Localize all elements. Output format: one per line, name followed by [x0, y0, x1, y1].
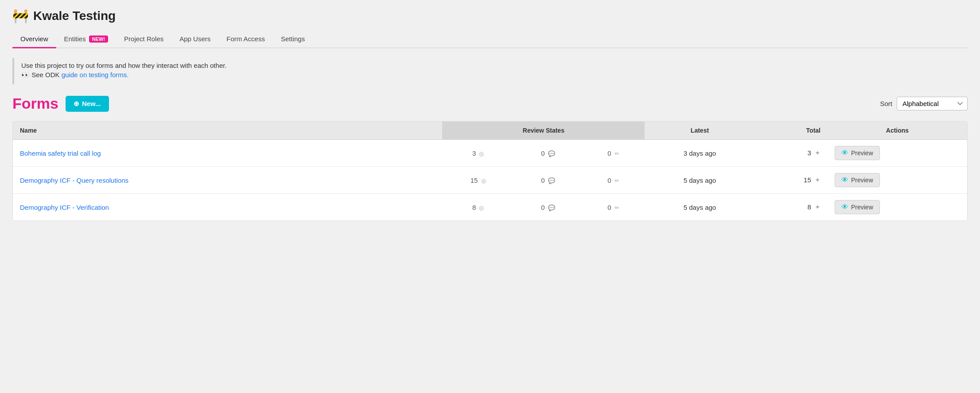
info-box: Use this project to try out forms and ho… — [12, 58, 968, 84]
eye-icon: 👁 — [841, 149, 848, 157]
edits-icon: ✏ — [614, 204, 619, 211]
forms-table: Name Review States Latest Total Actions … — [13, 122, 967, 220]
actions-cell: 👁 Preview — [828, 167, 967, 194]
total-cell: 8 ✦ — [755, 194, 828, 221]
comments-icon: 💬 — [548, 204, 555, 211]
review-received-cell: 15 ◎ — [442, 167, 514, 194]
star-icon: ✦ — [815, 149, 821, 157]
review-edits-cell: 0 ✏ — [582, 194, 645, 221]
tab-overview[interactable]: Overview — [12, 31, 56, 48]
review-comments-cell: 0 💬 — [514, 167, 582, 194]
forms-header: Forms ⊕ New... Sort Alphabetical Newest … — [12, 95, 968, 112]
comments-icon: 💬 — [548, 150, 555, 157]
table-row: Bohemia safety trial call log 3 ◎ 0 💬 0 — [13, 140, 967, 167]
review-comments-cell: 0 💬 — [514, 140, 582, 167]
total-cell: 15 ✦ — [755, 167, 828, 194]
table-header-row: Name Review States Latest Total Actions — [13, 122, 967, 140]
edits-icon: ✏ — [614, 177, 619, 184]
preview-button[interactable]: 👁 Preview — [835, 146, 880, 160]
tab-project-roles[interactable]: Project Roles — [116, 31, 171, 48]
edits-icon: ✏ — [614, 150, 619, 157]
col-header-total: Total — [755, 122, 828, 140]
main-content: Use this project to try out forms and ho… — [0, 48, 980, 231]
review-edits-cell: 0 ✏ — [582, 167, 645, 194]
sort-label: Sort — [880, 100, 892, 107]
tab-form-access[interactable]: Form Access — [218, 31, 273, 48]
info-description: Use this project to try out forms and ho… — [21, 62, 961, 69]
received-icon: ◎ — [479, 204, 484, 211]
page-wrapper: 🚧 Kwale Testing Overview Entities New! P… — [0, 0, 980, 393]
star-icon: ✦ — [815, 176, 821, 184]
col-header-name: Name — [13, 122, 442, 140]
new-form-button[interactable]: ⊕ New... — [66, 96, 109, 112]
review-edits-cell: 0 ✏ — [582, 140, 645, 167]
latest-cell: 5 days ago — [645, 194, 754, 221]
forms-title: Forms — [12, 95, 58, 112]
entities-badge: New! — [89, 35, 108, 43]
review-received-cell: 8 ◎ — [442, 194, 514, 221]
app-title-text: Kwale Testing — [33, 9, 116, 23]
table-row: Demography ICF - Verification 8 ◎ 0 💬 0 — [13, 194, 967, 221]
preview-button[interactable]: 👁 Preview — [835, 173, 880, 187]
form-name-cell: Demography ICF - Query resolutions — [13, 167, 442, 194]
form-name-cell: Bohemia safety trial call log — [13, 140, 442, 167]
received-icon: ◎ — [479, 150, 484, 157]
col-header-actions: Actions — [828, 122, 967, 140]
latest-cell: 3 days ago — [645, 140, 754, 167]
tab-settings[interactable]: Settings — [273, 31, 313, 48]
form-link[interactable]: Demography ICF - Verification — [20, 204, 109, 211]
forms-title-row: Forms ⊕ New... — [12, 95, 109, 112]
review-received-cell: 3 ◎ — [442, 140, 514, 167]
preview-button[interactable]: 👁 Preview — [835, 200, 880, 214]
latest-cell: 5 days ago — [645, 167, 754, 194]
comments-icon: 💬 — [548, 177, 555, 184]
eye-icon: 👁 — [841, 176, 848, 184]
review-comments-cell: 0 💬 — [514, 194, 582, 221]
table-row: Demography ICF - Query resolutions 15 ◎ … — [13, 167, 967, 194]
col-header-review-states: Review States — [442, 122, 645, 140]
received-icon: ◎ — [481, 177, 486, 184]
form-link[interactable]: Demography ICF - Query resolutions — [20, 177, 128, 184]
new-form-icon: ⊕ — [74, 100, 79, 108]
new-form-label: New... — [82, 100, 101, 107]
app-title: 🚧 Kwale Testing — [12, 8, 968, 24]
eye-icon: 👁 — [841, 203, 848, 211]
nav-tabs: Overview Entities New! Project Roles App… — [12, 31, 968, 48]
tab-app-users[interactable]: App Users — [171, 31, 218, 48]
tab-entities[interactable]: Entities New! — [56, 31, 117, 48]
actions-cell: 👁 Preview — [828, 194, 967, 221]
forms-table-container: Name Review States Latest Total Actions … — [12, 121, 968, 221]
form-name-cell: Demography ICF - Verification — [13, 194, 442, 221]
form-link[interactable]: Bohemia safety trial call log — [20, 149, 101, 157]
odk-link[interactable]: guide on testing forms. — [62, 71, 129, 79]
star-icon: ✦ — [815, 203, 821, 211]
total-cell: 3 ✦ — [755, 140, 828, 167]
app-logo: 🚧 — [12, 8, 29, 24]
actions-cell: 👁 Preview — [828, 140, 967, 167]
info-odk: 👀 See ODK guide on testing forms. — [21, 71, 961, 79]
col-header-latest: Latest — [645, 122, 754, 140]
header: 🚧 Kwale Testing Overview Entities New! P… — [0, 0, 980, 48]
sort-select[interactable]: Alphabetical Newest First Oldest First — [897, 97, 968, 110]
sort-row: Sort Alphabetical Newest First Oldest Fi… — [880, 97, 968, 110]
